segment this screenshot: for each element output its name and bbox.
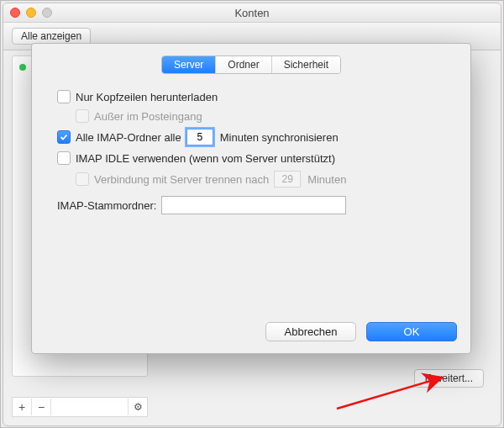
remove-button[interactable]: − — [32, 399, 51, 415]
label-sync-pre: Alle IMAP-Ordner alle — [76, 131, 181, 144]
window-title: Konten — [3, 7, 501, 19]
checkbox-except-inbox — [76, 109, 89, 123]
list-controls: + − ⚙ — [12, 397, 148, 417]
checkbox-imap-idle[interactable] — [57, 151, 71, 165]
root-folder-field[interactable] — [161, 196, 346, 214]
label-headers-only: Nur Kopfzeilen herunterladen — [76, 91, 218, 103]
label-disconnect-pre: Verbindung mit Server trennen nach — [94, 173, 269, 186]
advanced-sheet: Server Ordner Sicherheit Nur Kopfzeilen … — [31, 43, 471, 354]
gear-icon[interactable]: ⚙ — [128, 399, 147, 415]
label-except-inbox: Außer im Posteingang — [94, 110, 202, 123]
sync-interval-field[interactable] — [186, 129, 213, 145]
disconnect-minutes-field — [274, 171, 301, 188]
tab-server[interactable]: Server — [162, 56, 216, 73]
add-button[interactable]: + — [13, 399, 32, 415]
status-dot-icon — [19, 64, 26, 71]
tab-bar: Server Ordner Sicherheit — [161, 55, 341, 74]
advanced-button[interactable]: Erweitert... — [414, 369, 484, 388]
checkbox-sync-all[interactable] — [57, 130, 71, 144]
checkbox-disconnect — [76, 172, 89, 186]
checkbox-headers-only[interactable] — [57, 90, 71, 103]
label-root-folder: IMAP-Stammordner: — [57, 199, 156, 212]
label-sync-post: Minuten synchronisieren — [220, 131, 339, 144]
label-disconnect-post: Minuten — [307, 173, 346, 186]
label-imap-idle: IMAP IDLE verwenden (wenn vom Server unt… — [76, 152, 335, 165]
cancel-button[interactable]: Abbrechen — [265, 322, 356, 341]
titlebar: Konten — [3, 3, 501, 23]
tab-folders[interactable]: Ordner — [216, 56, 271, 73]
tab-security[interactable]: Sicherheit — [272, 56, 340, 73]
ok-button[interactable]: OK — [366, 322, 457, 341]
show-all-button[interactable]: Alle anzeigen — [12, 28, 91, 45]
